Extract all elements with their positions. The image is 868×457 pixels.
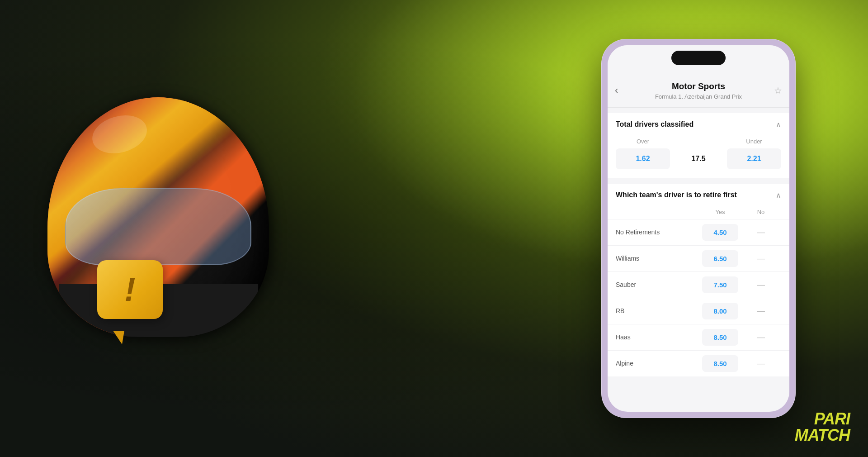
phone-notch	[671, 51, 726, 65]
total-drivers-chevron: ∧	[776, 120, 781, 129]
no-odds-dash: —	[743, 306, 779, 316]
no-odds-dash: —	[743, 228, 779, 237]
yes-odds-button[interactable]: 6.50	[702, 250, 738, 267]
over-under-table: Over Under 1.62 17.5 2.21	[608, 136, 789, 178]
over-value-button[interactable]: 1.62	[616, 148, 670, 169]
ou-labels-row: Over Under	[616, 138, 781, 145]
team-row: Sauber 7.50 —	[608, 271, 789, 298]
team-name: Williams	[616, 255, 700, 262]
yes-odds-button[interactable]: 8.50	[702, 329, 738, 346]
warning-bubble: !	[97, 260, 170, 333]
back-button[interactable]: ‹	[615, 85, 618, 96]
team-row: Williams 6.50 —	[608, 245, 789, 271]
logo-line2: MATCH	[795, 427, 850, 443]
yes-odds-button[interactable]: 8.00	[702, 303, 738, 319]
team-yes-col: 7.50	[700, 276, 741, 293]
team-retire-section: Which team's driver is to retire first ∧…	[608, 184, 789, 376]
yes-odds-button[interactable]: 7.50	[702, 276, 738, 293]
under-value-button[interactable]: 2.21	[727, 148, 781, 169]
team-name: Haas	[616, 333, 700, 341]
team-yes-col: 4.50	[700, 224, 741, 241]
ou-values-row: 1.62 17.5 2.21	[616, 148, 781, 169]
team-name: No Retirements	[616, 228, 700, 236]
team-name: RB	[616, 307, 700, 314]
team-row: Haas 8.50 —	[608, 324, 789, 350]
total-drivers-title: Total drivers classified	[616, 120, 693, 129]
parimatch-logo: PARI MATCH	[795, 411, 850, 443]
phone-frame: ‹ Motor Sports Formula 1. Azerbaijan Gra…	[601, 39, 796, 418]
phone-wrapper: ‹ Motor Sports Formula 1. Azerbaijan Gra…	[601, 39, 796, 418]
helmet-visor	[65, 188, 251, 265]
warning-exclamation: !	[125, 273, 136, 306]
helmet-image: !	[34, 88, 283, 369]
team-name: Sauber	[616, 281, 700, 288]
no-odds-dash: —	[743, 359, 779, 368]
team-retire-chevron: ∧	[776, 191, 781, 200]
yes-odds-button[interactable]: 8.50	[702, 355, 738, 372]
team-row: No Retirements 4.50 —	[608, 219, 789, 245]
screen-header: ‹ Motor Sports Formula 1. Azerbaijan Gra…	[608, 72, 789, 108]
middle-spacer	[671, 138, 726, 145]
over-label: Over	[616, 138, 670, 145]
team-retire-header[interactable]: Which team's driver is to retire first ∧	[608, 184, 789, 207]
favorite-button[interactable]: ☆	[774, 85, 782, 96]
team-no-col: —	[741, 280, 781, 290]
team-row: RB 8.00 —	[608, 298, 789, 324]
yes-odds-button[interactable]: 4.50	[702, 224, 738, 241]
page-subtitle: Formula 1. Azerbaijan Grand Prix	[617, 93, 780, 100]
team-yes-col: 8.00	[700, 303, 741, 319]
team-no-col: —	[741, 228, 781, 237]
team-rows-container: No Retirements 4.50 — Williams 6.50 — Sa…	[608, 219, 789, 376]
team-no-col: —	[741, 333, 781, 342]
yes-col-label: Yes	[700, 209, 741, 215]
team-name: Alpine	[616, 360, 700, 367]
no-odds-dash: —	[743, 280, 779, 290]
warning-bubble-body: !	[97, 260, 163, 319]
total-drivers-section: Total drivers classified ∧ Over Under 1.…	[608, 113, 789, 178]
no-col-label: No	[741, 209, 781, 215]
team-yes-col: 8.50	[700, 329, 741, 346]
team-no-col: —	[741, 306, 781, 316]
warning-bubble-tail	[113, 331, 124, 344]
no-odds-dash: —	[743, 333, 779, 342]
under-label: Under	[727, 138, 781, 145]
team-row: Alpine 8.50 —	[608, 350, 789, 376]
logo-line1: PARI	[814, 411, 850, 427]
team-yes-col: 8.50	[700, 355, 741, 372]
team-no-col: —	[741, 359, 781, 368]
team-retire-title: Which team's driver is to retire first	[616, 191, 737, 199]
phone-screen: ‹ Motor Sports Formula 1. Azerbaijan Gra…	[608, 45, 789, 412]
page-title: Motor Sports	[617, 81, 780, 92]
screen-content: ‹ Motor Sports Formula 1. Azerbaijan Gra…	[608, 45, 789, 376]
helmet-area: !	[0, 0, 316, 457]
team-yes-col: 6.50	[700, 250, 741, 267]
team-col-labels: Yes No	[608, 207, 789, 219]
team-no-col: —	[741, 254, 781, 263]
middle-value: 17.5	[674, 155, 723, 163]
no-odds-dash: —	[743, 254, 779, 263]
total-drivers-header[interactable]: Total drivers classified ∧	[608, 113, 789, 136]
